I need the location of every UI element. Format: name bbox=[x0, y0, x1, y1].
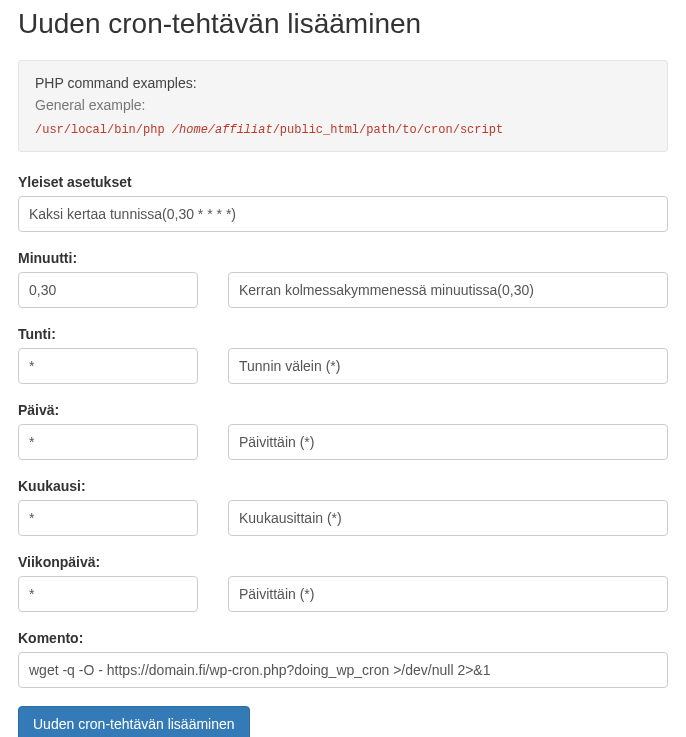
weekday-select[interactable]: Päivittäin (*) bbox=[228, 576, 668, 612]
general-label: Yleiset asetukset bbox=[18, 174, 668, 190]
code-part1: /usr/local/bin/php bbox=[35, 123, 172, 137]
month-input[interactable] bbox=[18, 500, 198, 536]
minute-label: Minuutti: bbox=[18, 250, 668, 266]
code-part3: /public_html/path/to/cron/script bbox=[273, 123, 503, 137]
info-box: PHP command examples: General example: /… bbox=[18, 60, 668, 152]
day-select[interactable]: Päivittäin (*) bbox=[228, 424, 668, 460]
page-title: Uuden cron-tehtävän lisääminen bbox=[18, 8, 668, 40]
hour-select[interactable]: Tunnin välein (*) bbox=[228, 348, 668, 384]
submit-button[interactable]: Uuden cron-tehtävän lisääminen bbox=[18, 706, 250, 737]
hour-label: Tunti: bbox=[18, 326, 668, 342]
minute-input[interactable] bbox=[18, 272, 198, 308]
weekday-input[interactable] bbox=[18, 576, 198, 612]
day-label: Päivä: bbox=[18, 402, 668, 418]
minute-select[interactable]: Kerran kolmessakymmenessä minuutissa(0,3… bbox=[228, 272, 668, 308]
general-select[interactable]: Kaksi kertaa tunnissa(0,30 * * * *) bbox=[18, 196, 668, 232]
info-line1: PHP command examples: bbox=[35, 75, 651, 91]
command-label: Komento: bbox=[18, 630, 668, 646]
info-line2: General example: bbox=[35, 97, 651, 113]
hour-input[interactable] bbox=[18, 348, 198, 384]
code-part2: /home/affiliat bbox=[172, 123, 273, 137]
month-label: Kuukausi: bbox=[18, 478, 668, 494]
weekday-label: Viikonpäivä: bbox=[18, 554, 668, 570]
info-code: /usr/local/bin/php /home/affiliat/public… bbox=[35, 123, 651, 137]
command-input[interactable] bbox=[18, 652, 668, 688]
month-select[interactable]: Kuukausittain (*) bbox=[228, 500, 668, 536]
day-input[interactable] bbox=[18, 424, 198, 460]
